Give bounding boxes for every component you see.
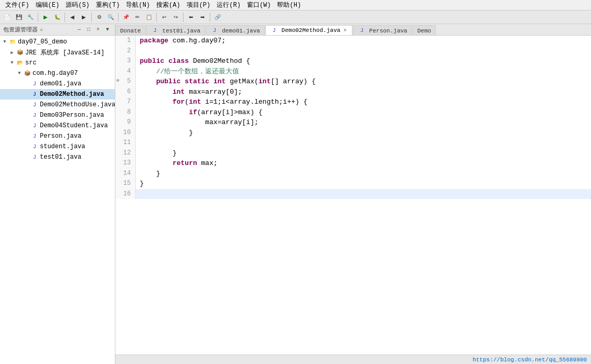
icon-file-0: J: [30, 80, 39, 88]
tab-demo01[interactable]: J demo01.java: [206, 25, 265, 36]
toolbar-btn8[interactable]: 📌: [121, 12, 131, 23]
tab-demo01-icon: J: [210, 27, 219, 35]
toolbar-btn14[interactable]: ➡: [197, 12, 208, 23]
tree-item-file-3[interactable]: ▶ J Demo03Person.java: [0, 110, 115, 120]
line-content-1[interactable]: package com.hg.day07;: [135, 36, 591, 46]
menu-navigate[interactable]: 导航(N): [123, 0, 153, 10]
toolbar-btn10[interactable]: 📋: [144, 12, 154, 23]
menu-help[interactable]: 帮助(H): [274, 0, 304, 10]
toolbar-btn4[interactable]: ◀: [67, 12, 78, 23]
toolbar-run-btn[interactable]: ▶: [40, 12, 51, 23]
icon-jre: 📦: [16, 48, 24, 57]
line-content-12[interactable]: }: [135, 148, 591, 159]
menu-search[interactable]: 搜索(A): [153, 0, 184, 10]
menu-project[interactable]: 项目(P): [184, 0, 214, 10]
tree-item-src[interactable]: ▼ 📂 src: [0, 58, 115, 68]
line-content-9[interactable]: max=array[i];: [135, 117, 591, 128]
menu-file[interactable]: 文件(F): [2, 0, 33, 10]
label-jre: JRE 系统库 [JavaSE-14]: [25, 48, 104, 57]
line-content-3[interactable]: public class Demo02Method {: [135, 56, 591, 67]
toolbar-btn11[interactable]: ↩: [159, 12, 169, 23]
icon-file-2: J: [30, 101, 39, 109]
tree-item-file-4[interactable]: ▶ J Demo04Student.java: [0, 120, 115, 131]
line-content-8[interactable]: if(array[i]>max) {: [135, 107, 591, 118]
line-content-15[interactable]: }: [135, 179, 591, 189]
tree-item-project[interactable]: ▼ 📁 day07_05_demo: [0, 37, 115, 47]
toolbar-sep7: [210, 13, 210, 22]
tab-person-icon: J: [358, 27, 366, 35]
panel-menu-btn[interactable]: ▼: [103, 26, 112, 34]
editor-area[interactable]: 1 package com.hg.day07; 2 3 public class…: [115, 36, 591, 355]
line-content-10[interactable]: }: [135, 128, 591, 138]
icon-file-7: J: [30, 153, 39, 161]
menu-source[interactable]: 源码(S): [62, 0, 93, 10]
arrow-src: ▼: [8, 59, 16, 67]
tree-item-jre[interactable]: ▶ 📦 JRE 系统库 [JavaSE-14]: [0, 47, 115, 58]
line-content-4[interactable]: //给一个数组，返还最大值: [135, 67, 591, 77]
tree-item-file-7[interactable]: ▶ J test01.java: [0, 152, 115, 162]
tab-demo02-close[interactable]: ×: [342, 28, 348, 34]
toolbar-debug-btn[interactable]: 🐛: [52, 12, 62, 23]
tab-donate[interactable]: Donate: [115, 25, 146, 36]
line-num-2: 2: [115, 46, 135, 57]
toolbar-btn3[interactable]: 🔧: [25, 12, 36, 23]
status-bar: https://blog.csdn.net/qq_55689800: [115, 355, 591, 364]
label-file-2: Demo02MethodUse.java: [40, 101, 115, 108]
label-file-6: student.java: [40, 143, 85, 150]
code-line-15: 15 }: [115, 179, 591, 189]
line-num-8: 8: [115, 107, 135, 118]
line-content-2[interactable]: [135, 46, 591, 57]
line-num-15: 15: [115, 179, 135, 189]
icon-project: 📁: [8, 38, 17, 46]
tab-test01-icon: J: [151, 27, 159, 35]
toolbar-btn5[interactable]: ▶: [79, 12, 89, 23]
menu-refactor[interactable]: 重构(T): [93, 0, 123, 10]
code-line-9: 9 max=array[i];: [115, 117, 591, 128]
line-content-16[interactable]: [135, 189, 591, 200]
line-num-12: 12: [115, 148, 135, 159]
toolbar-btn15[interactable]: 🔗: [212, 12, 223, 23]
left-panel: 包资源管理器 ✕ — □ × ▼ ▼ 📁 day07_05_demo ▶ 📦 J…: [0, 24, 115, 364]
tree-item-file-6[interactable]: ▶ J student.java: [0, 141, 115, 152]
toolbar-btn7[interactable]: 🔍: [105, 12, 116, 23]
menu-edit[interactable]: 编辑(E): [33, 0, 63, 10]
toolbar-btn12[interactable]: ↪: [170, 12, 181, 23]
tab-demo02method[interactable]: J Demo02Method.java ×: [265, 25, 352, 36]
main-container: 包资源管理器 ✕ — □ × ▼ ▼ 📁 day07_05_demo ▶ 📦 J…: [0, 24, 591, 364]
code-line-16: 16: [115, 189, 591, 200]
toolbar-new-btn[interactable]: 📄: [2, 12, 13, 23]
toolbar-btn6[interactable]: ⚙: [94, 12, 104, 23]
line-content-7[interactable]: for(int i=1;i<array.length;i++) {: [135, 97, 591, 107]
line-content-11[interactable]: [135, 138, 591, 148]
menu-run[interactable]: 运行(R): [213, 0, 244, 10]
tab-person[interactable]: J Person.java: [353, 25, 412, 36]
tab-demo-partial[interactable]: Demo: [413, 25, 436, 36]
panel-close-btn[interactable]: ×: [94, 26, 102, 34]
tree-item-file-5[interactable]: ▶ J Person.java: [0, 131, 115, 141]
tab-test01[interactable]: J test01.java: [146, 25, 206, 36]
panel-maximize-btn[interactable]: □: [84, 26, 93, 34]
line-content-13[interactable]: return max;: [135, 158, 591, 169]
toolbar-save-btn[interactable]: 💾: [14, 12, 24, 23]
tree-item-file-2[interactable]: ▶ J Demo02MethodUse.java: [0, 100, 115, 110]
label-project: day07_05_demo: [18, 38, 67, 46]
tree-item-package[interactable]: ▼ 📦 com.hg.day07: [0, 68, 115, 79]
tree-item-file-1[interactable]: ▶ J Demo02Method.java: [0, 89, 115, 100]
label-file-1: Demo02Method.java: [40, 91, 104, 98]
tree-item-file-0[interactable]: ▶ J demo01.java: [0, 79, 115, 89]
code-line-8: 8 if(array[i]>max) {: [115, 107, 591, 118]
tab-person-label: Person.java: [369, 28, 407, 34]
toolbar-btn9[interactable]: ✏: [132, 12, 143, 23]
label-file-5: Person.java: [40, 133, 81, 140]
line-content-14[interactable]: }: [135, 169, 591, 179]
line-content-6[interactable]: int max=array[0];: [135, 87, 591, 97]
panel-header: 包资源管理器 ✕ — □ × ▼: [0, 24, 115, 36]
arrow-package: ▼: [16, 70, 23, 77]
tab-demo02method-label: Demo02Method.java: [282, 27, 340, 34]
panel-minimize-btn[interactable]: —: [75, 26, 83, 34]
menu-window[interactable]: 窗口(W): [244, 0, 274, 10]
line-num-6: 6: [115, 87, 135, 97]
line-content-5[interactable]: public static int getMax(int[] array) {: [135, 76, 591, 87]
toolbar-btn13[interactable]: ⬅: [186, 12, 196, 23]
icon-file-4: J: [30, 122, 39, 130]
